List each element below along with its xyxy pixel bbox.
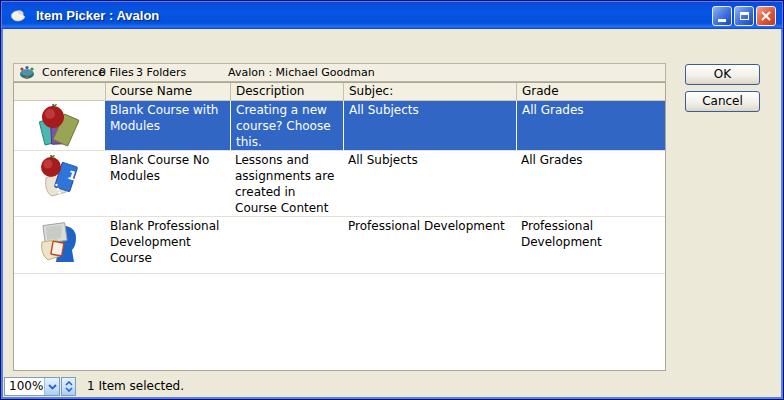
selection-status: 1 Item selected. bbox=[87, 377, 184, 396]
window-icon bbox=[9, 8, 29, 24]
table-row[interactable]: Blank Professional Development Course Pr… bbox=[14, 217, 665, 274]
table-row[interactable]: 1 Blank Course No Modules Lessons and as… bbox=[14, 151, 665, 217]
folder-name: Conference bbox=[42, 64, 105, 81]
zoom-combobox[interactable]: 100% bbox=[4, 377, 60, 396]
maximize-button[interactable] bbox=[734, 6, 754, 26]
zoom-spinner[interactable] bbox=[61, 377, 76, 396]
cell-subject[interactable]: Professional Development bbox=[343, 217, 516, 273]
cancel-button[interactable]: Cancel bbox=[685, 91, 760, 112]
table-row[interactable]: Blank Course with Modules Creating a new… bbox=[14, 101, 665, 151]
column-header-description[interactable]: Description bbox=[230, 83, 343, 100]
files-count: 0 Files bbox=[99, 64, 134, 81]
zoom-dropdown-button[interactable] bbox=[44, 378, 59, 395]
status-bar: 100% 1 Item selected. bbox=[4, 375, 780, 397]
zoom-value: 100% bbox=[9, 378, 43, 395]
cell-grade[interactable]: All Grades bbox=[516, 151, 665, 216]
minimize-icon bbox=[718, 19, 726, 22]
maximize-icon bbox=[740, 12, 749, 20]
window-title: Item Picker : Avalon bbox=[36, 8, 159, 23]
column-header-icon[interactable] bbox=[14, 83, 105, 100]
professional-development-icon bbox=[14, 217, 105, 273]
column-header-subject[interactable]: Subjec: bbox=[343, 83, 516, 100]
cell-course-name[interactable]: Blank Course with Modules bbox=[105, 101, 230, 150]
column-header-course-name[interactable]: Course Name bbox=[105, 83, 230, 100]
item-picker-dialog: Item Picker : Avalon Conference 0 Files … bbox=[0, 0, 784, 400]
chevron-down-icon bbox=[65, 387, 73, 392]
chevron-up-icon bbox=[65, 381, 73, 386]
chevron-down-icon bbox=[48, 384, 57, 390]
cell-grade[interactable]: All Grades bbox=[516, 101, 665, 150]
cell-course-name[interactable]: Blank Course No Modules bbox=[105, 151, 230, 216]
conference-icon bbox=[19, 65, 35, 80]
title-bar[interactable]: Item Picker : Avalon bbox=[2, 2, 782, 29]
ok-button[interactable]: OK bbox=[685, 64, 760, 85]
table-header-row: Course Name Description Subjec: Grade bbox=[14, 83, 665, 101]
course-with-modules-icon bbox=[14, 101, 105, 150]
context-label: Avalon : Michael Goodman bbox=[228, 64, 375, 81]
folder-info-bar: Conference 0 Files 3 Folders Avalon : Mi… bbox=[13, 63, 666, 82]
close-button[interactable] bbox=[756, 6, 776, 26]
cell-subject[interactable]: All Subjects bbox=[343, 101, 516, 150]
cell-description[interactable] bbox=[230, 217, 343, 273]
item-table: Course Name Description Subjec: Grade Bl… bbox=[13, 82, 666, 371]
cell-description[interactable]: Creating a new course? Choose this. bbox=[230, 101, 343, 150]
minimize-button[interactable] bbox=[712, 6, 732, 26]
course-no-modules-icon: 1 bbox=[14, 151, 105, 216]
cell-grade[interactable]: Professional Development bbox=[516, 217, 665, 273]
cell-course-name[interactable]: Blank Professional Development Course bbox=[105, 217, 230, 273]
column-header-grade[interactable]: Grade bbox=[516, 83, 665, 100]
close-icon bbox=[761, 11, 771, 21]
window-controls bbox=[712, 6, 776, 26]
cell-description[interactable]: Lessons and assignments are created in C… bbox=[230, 151, 343, 216]
folders-count: 3 Folders bbox=[136, 64, 186, 81]
cell-subject[interactable]: All Subjects bbox=[343, 151, 516, 216]
